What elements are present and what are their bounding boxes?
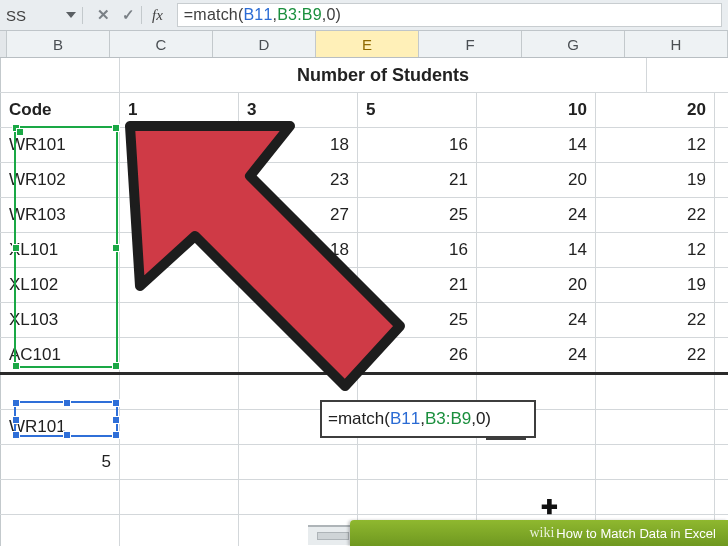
cell[interactable] (358, 445, 477, 479)
cell[interactable]: WR101 (1, 128, 120, 162)
cell[interactable]: 25 (120, 163, 239, 197)
cell[interactable]: 18 (239, 233, 358, 267)
cell[interactable] (715, 338, 728, 372)
spreadsheet-grid[interactable]: Number of Students Code 1 3 5 10 20 WR10… (0, 58, 728, 546)
cell[interactable] (120, 233, 239, 267)
cell[interactable]: 23 (239, 163, 358, 197)
cell[interactable] (596, 375, 715, 409)
cell[interactable] (239, 303, 358, 337)
cell[interactable]: 16 (358, 128, 477, 162)
cell[interactable] (239, 338, 358, 372)
cell[interactable] (120, 303, 239, 337)
column-header[interactable]: B (7, 31, 110, 57)
cell[interactable]: XL103 (1, 303, 120, 337)
cell[interactable]: 24 (477, 198, 596, 232)
cell[interactable] (120, 410, 239, 444)
cell[interactable]: WR102 (1, 163, 120, 197)
column-header[interactable]: D (213, 31, 316, 57)
cell[interactable] (715, 268, 728, 302)
result-cell[interactable]: 5 (1, 445, 120, 479)
cell[interactable]: 22 (596, 303, 715, 337)
cell[interactable]: 14 (477, 233, 596, 267)
cancel-icon[interactable]: ✕ (97, 6, 110, 24)
active-edit-cell[interactable]: =match(B11,B3:B9,0) (320, 400, 536, 438)
cell[interactable] (715, 445, 728, 479)
cell[interactable] (239, 480, 358, 514)
cell[interactable]: 20 (120, 128, 239, 162)
cell[interactable] (596, 445, 715, 479)
cell[interactable] (647, 58, 728, 92)
cell[interactable]: 22 (596, 198, 715, 232)
cell[interactable]: 24 (477, 303, 596, 337)
cell[interactable]: WR103 (1, 198, 120, 232)
enter-icon[interactable]: ✓ (122, 6, 135, 24)
cell[interactable] (120, 515, 239, 546)
cell[interactable] (1, 58, 120, 92)
cell[interactable]: 16 (358, 233, 477, 267)
cell[interactable] (715, 198, 728, 232)
cell[interactable] (1, 480, 120, 514)
cell[interactable]: XL102 (1, 268, 120, 302)
cell[interactable] (120, 375, 239, 409)
cell[interactable] (239, 268, 358, 302)
column-header[interactable]: F (419, 31, 522, 57)
cell[interactable] (596, 480, 715, 514)
cell[interactable] (477, 480, 596, 514)
cell[interactable] (1, 375, 120, 409)
cell[interactable]: 21 (358, 163, 477, 197)
cell[interactable] (120, 338, 239, 372)
cell[interactable] (715, 303, 728, 337)
cell[interactable]: 27 (239, 198, 358, 232)
cell[interactable]: 14 (477, 128, 596, 162)
cell[interactable] (1, 515, 120, 546)
cell[interactable] (120, 480, 239, 514)
column-header[interactable]: G (522, 31, 625, 57)
column-header[interactable]: E (316, 31, 419, 57)
name-box[interactable]: SS (6, 7, 83, 24)
header-cell[interactable]: Code (1, 93, 120, 127)
cell[interactable] (715, 480, 728, 514)
cell[interactable] (120, 268, 239, 302)
cell[interactable] (358, 480, 477, 514)
chevron-down-icon[interactable] (66, 12, 76, 18)
cell[interactable] (715, 410, 728, 444)
cell[interactable] (715, 233, 728, 267)
cell[interactable]: 24 (477, 338, 596, 372)
cell[interactable]: 22 (596, 338, 715, 372)
cell[interactable]: XL101 (1, 233, 120, 267)
cell[interactable]: 12 (596, 128, 715, 162)
cell[interactable]: 21 (358, 268, 477, 302)
cell[interactable] (715, 128, 728, 162)
cell[interactable]: 26 (358, 338, 477, 372)
cell[interactable]: 20 (477, 268, 596, 302)
corner-cell[interactable] (0, 31, 7, 57)
cell[interactable]: 12 (596, 233, 715, 267)
fx-icon[interactable]: fx (150, 7, 169, 24)
cell[interactable]: 18 (239, 128, 358, 162)
header-cell[interactable]: 3 (239, 93, 358, 127)
cell[interactable]: 25 (358, 198, 477, 232)
formula-input[interactable]: =match(B11,B3:B9,0) (177, 3, 722, 27)
cell[interactable]: 28 (120, 198, 239, 232)
header-cell[interactable]: 5 (358, 93, 477, 127)
cell[interactable] (239, 445, 358, 479)
grip-icon (317, 532, 349, 540)
cell[interactable] (120, 445, 239, 479)
column-header[interactable]: H (625, 31, 728, 57)
cell[interactable]: 19 (596, 268, 715, 302)
cell[interactable]: 25 (358, 303, 477, 337)
cell[interactable] (715, 163, 728, 197)
header-cell[interactable]: 20 (596, 93, 715, 127)
cell[interactable] (596, 410, 715, 444)
cell[interactable]: AC101 (1, 338, 120, 372)
cell[interactable]: 20 (477, 163, 596, 197)
header-cell[interactable]: 10 (477, 93, 596, 127)
title-cell[interactable]: Number of Students (120, 58, 647, 92)
column-header[interactable]: C (110, 31, 213, 57)
cell[interactable]: 19 (596, 163, 715, 197)
cell[interactable] (715, 93, 728, 127)
cell[interactable] (477, 445, 596, 479)
cell[interactable] (715, 375, 728, 409)
lookup-value-cell[interactable]: WR101 (1, 410, 120, 444)
header-cell[interactable]: 1 (120, 93, 239, 127)
